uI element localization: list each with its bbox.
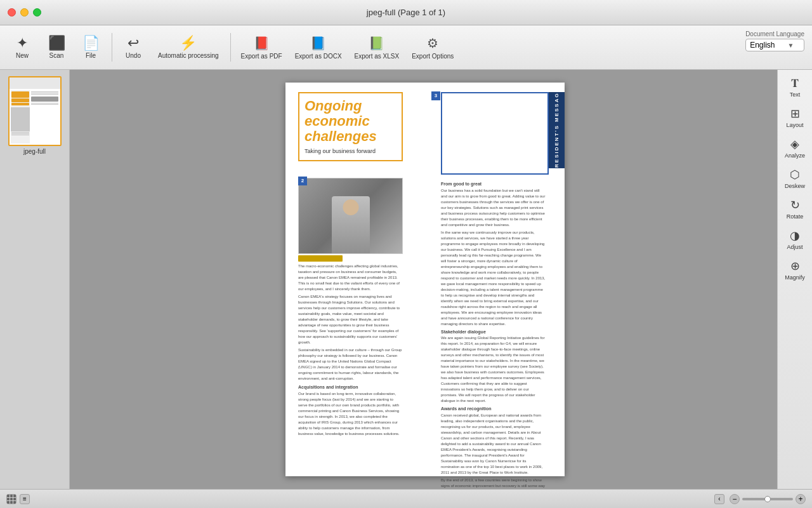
status-right: ‹ − + <box>714 494 806 504</box>
grid-icon <box>7 495 16 504</box>
document-viewer[interactable]: Ongoingeconomicchallenges Taking our bus… <box>70 70 812 489</box>
rotate-tool-button[interactable]: ↻ Rotate <box>779 194 811 224</box>
new-button[interactable]: ✦ New <box>6 32 38 63</box>
adjust-tool-button[interactable]: ◑ Adjust <box>779 225 811 254</box>
right-sidebar: 𝐓 Text ⊞ Layout ◈ Analyze ⬡ Deskew ↻ Rot… <box>777 70 812 489</box>
deskew-tool-button[interactable]: ⬡ Deskew <box>779 164 811 193</box>
right-body-text: From good to great Our business has a so… <box>441 181 546 489</box>
title-bar: jpeg-full (Page 1 of 1) <box>0 0 812 25</box>
status-left: ≡ <box>6 494 30 504</box>
magnify-icon: ⊕ <box>790 259 800 273</box>
main-area: jpeg-full Ongoingeconomicchallenges Taki… <box>0 70 812 489</box>
auto-processing-button[interactable]: ⚡ Automatic processing <box>152 32 225 63</box>
docx-icon: 📘 <box>310 36 326 51</box>
blue-border-box <box>441 92 549 175</box>
zoom-control: − + <box>730 494 806 504</box>
layout-icon: ⊞ <box>790 107 800 121</box>
close-button[interactable] <box>8 8 16 17</box>
undo-button[interactable]: ↩ Undo <box>117 32 149 63</box>
section2-heading: Stakeholder dialogue <box>441 329 546 336</box>
toolbar: ✦ New ⬛ Scan 📄 File ↩ Undo ⚡ Automatic p… <box>0 25 812 70</box>
chevron-left-icon: ‹ <box>718 495 720 502</box>
section3-heading: Awards and recognition <box>441 406 546 413</box>
thumbnail-item[interactable]: jpeg-full <box>6 76 63 155</box>
document-subtitle: Taking our business forward <box>304 147 396 156</box>
section1-text: Our business has a solid foundation but … <box>441 188 546 327</box>
language-dropdown[interactable]: English ▼ <box>745 39 804 51</box>
section2-text: We are again issuing Global Reporting In… <box>441 335 546 404</box>
section1-heading: From good to great <box>441 181 546 188</box>
document-page: Ongoingeconomicchallenges Taking our bus… <box>285 83 565 476</box>
export-options-icon: ⚙ <box>427 36 438 51</box>
export-xlsx-button[interactable]: 📗 Export as XLSX <box>350 32 405 64</box>
file-icon: 📄 <box>82 36 100 50</box>
thumbnail-label: jpeg-full <box>23 148 46 155</box>
export-options-button[interactable]: ⚙ Export Options <box>407 32 459 64</box>
zoom-out-button[interactable]: − <box>730 494 740 504</box>
layout-tool-button[interactable]: ⊞ Layout <box>779 103 811 132</box>
left-body-text: The macro-economic challenges affecting … <box>298 264 403 439</box>
text-icon: 𝐓 <box>791 77 799 90</box>
rotate-icon: ↻ <box>790 198 800 212</box>
scan-button[interactable]: ⬛ Scan <box>41 32 72 63</box>
text-tool-button[interactable]: 𝐓 Text <box>779 73 811 102</box>
presidents-text: PRESIDENT'S MESSAGE <box>553 88 560 172</box>
export-docx-button[interactable]: 📘 Export as DOCX <box>290 32 347 64</box>
grid-view-button[interactable] <box>6 494 16 504</box>
new-icon: ✦ <box>16 36 28 50</box>
auto-icon: ⚡ <box>180 36 197 50</box>
presidents-banner: PRESIDENT'S MESSAGE <box>549 92 565 168</box>
window-title: jpeg-full (Page 1 of 1) <box>367 8 445 17</box>
thumbnail-panel: jpeg-full <box>0 70 70 489</box>
photo-placeholder: 2 <box>299 178 402 253</box>
deskew-icon: ⬡ <box>790 168 800 182</box>
status-bar: ≡ ‹ − + <box>0 489 812 508</box>
photo-caption-bar <box>298 255 343 262</box>
language-selector[interactable]: Document Language English ▼ <box>745 30 804 51</box>
title-box: Ongoingeconomicchallenges Taking our bus… <box>298 92 403 161</box>
zoom-handle <box>764 496 771 502</box>
separator-2 <box>230 33 231 62</box>
xlsx-icon: 📗 <box>369 36 384 51</box>
person-head <box>343 199 358 215</box>
file-button[interactable]: 📄 File <box>75 32 107 63</box>
export-pdf-button[interactable]: 📕 Export as PDF <box>236 32 287 64</box>
photo-area: 2 <box>298 178 403 254</box>
list-view-button[interactable]: ≡ <box>20 494 30 504</box>
chevron-down-icon: ▼ <box>788 42 794 49</box>
window-controls <box>8 8 41 17</box>
document-title: Ongoingeconomicchallenges <box>304 98 396 145</box>
zoom-slider[interactable] <box>742 498 793 500</box>
language-value: English <box>750 41 775 50</box>
page-prev-button[interactable]: ‹ <box>714 494 724 504</box>
adjust-icon: ◑ <box>790 229 800 243</box>
scan-icon: ⬛ <box>48 36 65 50</box>
pdf-icon: 📕 <box>254 36 270 51</box>
left-text-content: The macro-economic challenges affecting … <box>298 264 403 437</box>
analyze-icon: ◈ <box>790 137 799 151</box>
section-num-badge: 3 <box>431 91 440 100</box>
analyze-tool-button[interactable]: ◈ Analyze <box>779 133 811 163</box>
zoom-in-button[interactable]: + <box>796 494 806 504</box>
minimize-button[interactable] <box>20 8 29 17</box>
language-label: Document Language <box>745 30 804 37</box>
section3-text: Canon received global, European and nati… <box>441 413 546 476</box>
magnify-tool-button[interactable]: ⊕ Magnify <box>779 255 811 284</box>
bottom-text: By the end of 2013, a few countries were… <box>441 478 546 490</box>
person-silhouette <box>332 196 370 253</box>
undo-icon: ↩ <box>128 36 139 50</box>
thumbnail-image <box>8 76 62 146</box>
maximize-button[interactable] <box>33 8 41 17</box>
separator-1 <box>112 33 112 62</box>
list-icon: ≡ <box>23 495 27 502</box>
photo-num-badge: 2 <box>298 177 307 185</box>
